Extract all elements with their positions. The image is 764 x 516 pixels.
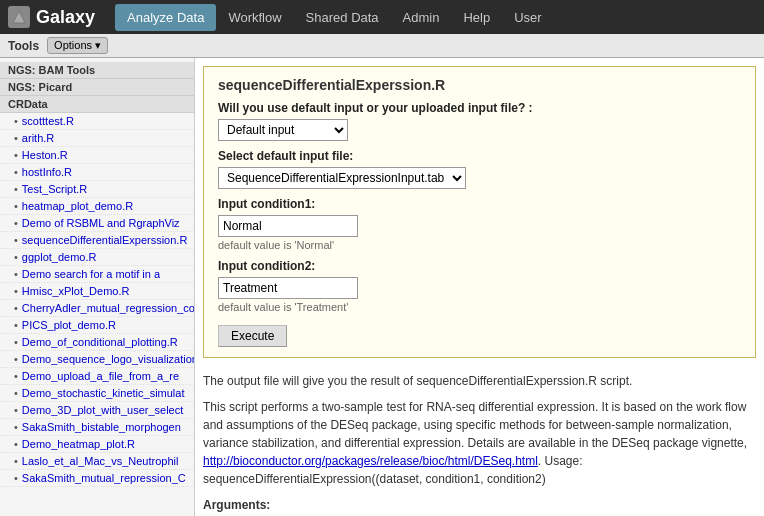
- sidebar-item-laslo-mac[interactable]: Laslo_et_al_Mac_vs_Neutrophil: [0, 453, 194, 470]
- sidebar-item-demo-seq-logo[interactable]: Demo_sequence_logo_visualization: [0, 351, 194, 368]
- condition1-group: Input condition1: default value is 'Norm…: [218, 197, 741, 251]
- tools-bar: Tools Options ▾: [0, 34, 764, 58]
- sidebar-item-ggplot-demo[interactable]: ggplot_demo.R: [0, 249, 194, 266]
- input-source-group: Will you use default input or your uploa…: [218, 101, 741, 141]
- input-source-select[interactable]: Default input Uploaded input file: [218, 119, 348, 141]
- sidebar-item-demo-stochastic[interactable]: Demo_stochastic_kinetic_simulat: [0, 385, 194, 402]
- output-note: The output file will give you the result…: [203, 372, 756, 390]
- deseq-link[interactable]: http://bioconductor.org/packages/release…: [203, 454, 538, 468]
- sidebar-item-test-script[interactable]: Test_Script.R: [0, 181, 194, 198]
- sidebar-item-demo-conditional[interactable]: Demo_of_conditional_plotting.R: [0, 334, 194, 351]
- sidebar-item-demo-upload[interactable]: Demo_upload_a_file_from_a_re: [0, 368, 194, 385]
- top-navigation: Galaxy Analyze Data Workflow Shared Data…: [0, 0, 764, 34]
- description-section: The output file will give you the result…: [203, 368, 756, 516]
- sidebar-section-ngs-bam: NGS: BAM Tools: [0, 62, 194, 79]
- content-area: sequenceDifferentialExperssion.R Will yo…: [195, 58, 764, 516]
- sidebar-section-crdata: CRData: [0, 96, 194, 113]
- condition2-label: Input condition2:: [218, 259, 741, 273]
- nav-analyze-data[interactable]: Analyze Data: [115, 4, 216, 31]
- sidebar-item-scotttest[interactable]: scotttest.R: [0, 113, 194, 130]
- sidebar-item-sakasmith-mutual[interactable]: SakaSmith_mutual_repression_C: [0, 470, 194, 487]
- tools-label: Tools: [8, 39, 39, 53]
- arguments-header: Arguments:: [203, 496, 756, 514]
- sidebar: NGS: BAM Tools NGS: Picard CRData scottt…: [0, 58, 195, 516]
- paragraph1: This script performs a two-sample test f…: [203, 398, 756, 488]
- sidebar-item-seq-diff[interactable]: sequenceDifferentialExperssion.R: [0, 232, 194, 249]
- app-name: Galaxy: [36, 7, 95, 28]
- condition1-input[interactable]: [218, 215, 358, 237]
- sidebar-item-demo-rsbml[interactable]: Demo of RSBML and RgraphViz: [0, 215, 194, 232]
- condition2-group: Input condition2: default value is 'Trea…: [218, 259, 741, 313]
- app-logo: Galaxy: [8, 6, 95, 28]
- options-button[interactable]: Options ▾: [47, 37, 108, 54]
- nav-user[interactable]: User: [502, 4, 553, 31]
- sidebar-item-heatmap-demo[interactable]: heatmap_plot_demo.R: [0, 198, 194, 215]
- condition2-input[interactable]: [218, 277, 358, 299]
- tool-panel: sequenceDifferentialExperssion.R Will yo…: [203, 66, 756, 358]
- default-file-select[interactable]: SequenceDifferentialExpressionInput.tab: [218, 167, 466, 189]
- default-file-group: Select default input file: SequenceDiffe…: [218, 149, 741, 189]
- condition1-hint: default value is 'Normal': [218, 239, 741, 251]
- nav-shared-data[interactable]: Shared Data: [294, 4, 391, 31]
- sidebar-section-ngs-picard: NGS: Picard: [0, 79, 194, 96]
- nav-workflow[interactable]: Workflow: [216, 4, 293, 31]
- sidebar-item-sakasmith-bistable[interactable]: SakaSmith_bistable_morphogen: [0, 419, 194, 436]
- execute-button[interactable]: Execute: [218, 325, 287, 347]
- sidebar-item-demo-search[interactable]: Demo search for a motif in a: [0, 266, 194, 283]
- sidebar-item-cherryadler[interactable]: CherryAdler_mutual_regression_course_sim…: [0, 300, 194, 317]
- sidebar-item-demo-3d[interactable]: Demo_3D_plot_with_user_select: [0, 402, 194, 419]
- sidebar-item-hmisc-xplot[interactable]: Hmisc_xPlot_Demo.R: [0, 283, 194, 300]
- sidebar-item-pics-plot[interactable]: PICS_plot_demo.R: [0, 317, 194, 334]
- nav-help[interactable]: Help: [451, 4, 502, 31]
- sidebar-item-heston[interactable]: Heston.R: [0, 147, 194, 164]
- sidebar-item-demo-heatmap[interactable]: Demo_heatmap_plot.R: [0, 436, 194, 453]
- nav-admin[interactable]: Admin: [391, 4, 452, 31]
- svg-marker-0: [13, 11, 25, 23]
- default-file-label: Select default input file:: [218, 149, 741, 163]
- sidebar-item-arith[interactable]: arith.R: [0, 130, 194, 147]
- main-layout: NGS: BAM Tools NGS: Picard CRData scottt…: [0, 58, 764, 516]
- tool-title: sequenceDifferentialExperssion.R: [218, 77, 741, 93]
- condition2-hint: default value is 'Treatment': [218, 301, 741, 313]
- input-source-label: Will you use default input or your uploa…: [218, 101, 741, 115]
- nav-items: Analyze Data Workflow Shared Data Admin …: [115, 4, 554, 31]
- galaxy-icon: [8, 6, 30, 28]
- sidebar-item-hostinfo[interactable]: hostInfo.R: [0, 164, 194, 181]
- condition1-label: Input condition1:: [218, 197, 741, 211]
